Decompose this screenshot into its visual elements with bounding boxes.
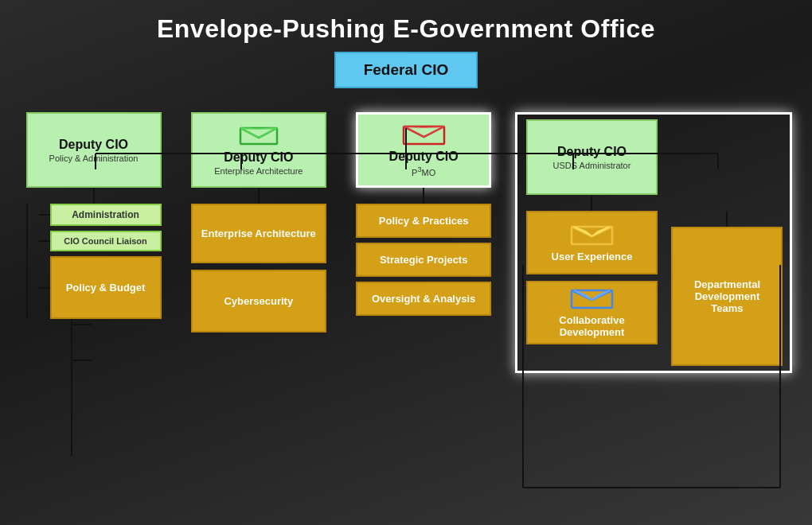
administration-box: Administration: [50, 204, 162, 226]
cybersecurity-box: Cybersecurity: [191, 270, 326, 332]
svg-marker-15: [240, 128, 277, 138]
svg-marker-21: [574, 290, 610, 300]
deputy-subtitle-3: P3MO: [412, 165, 435, 177]
policy-practices-box: Policy & Practices: [356, 204, 491, 238]
deputy-p3mo: Deputy CIO P3MO Policy & Practices Strat…: [350, 112, 498, 316]
deputy-enterprise: Deputy CIO Enterprise Architecture Enter…: [185, 112, 332, 332]
federal-cio-box: Federal CIO: [334, 52, 478, 88]
deputy-box-2: Deputy CIO Enterprise Architecture: [191, 112, 326, 188]
deputy-title-3: Deputy CIO: [389, 150, 459, 164]
deputy-title-4: Deputy CIO: [557, 145, 627, 159]
policy-budget-box: Policy & Budget: [50, 256, 162, 319]
page-root: Envelope-Pushing E-Government Office Fed…: [0, 0, 812, 525]
oversight-analysis-box: Oversight & Analysis: [356, 282, 491, 316]
deputy-policy-admin: Deputy CIO Policy & Administration Admin…: [20, 112, 167, 319]
user-experience-label: User Experience: [552, 251, 633, 262]
svg-marker-17: [404, 126, 444, 137]
federal-cio-row: Federal CIO: [16, 52, 796, 88]
envelope-gold-icon: [570, 224, 614, 247]
deputy-box-1: Deputy CIO Policy & Administration: [26, 112, 162, 188]
deputy-box-4: Deputy CIO USDS Administrator: [526, 119, 658, 195]
usds-group: Deputy CIO USDS Administrator User: [515, 112, 792, 373]
deputy-usds: Deputy CIO USDS Administrator User: [522, 119, 662, 344]
page-title: Envelope-Pushing E-Government Office: [0, 0, 812, 52]
deputy-box-3: Deputy CIO P3MO: [356, 112, 491, 188]
col1-sub: Administration CIO Council Liaison Polic…: [26, 204, 162, 319]
svg-marker-19: [574, 227, 610, 236]
col2-sub: Enterprise Architecture Cybersecurity: [191, 204, 326, 332]
collaborative-dev-label: Collaborative Development: [534, 314, 650, 338]
collaborative-dev-box: Collaborative Development: [526, 281, 658, 344]
col4-sub: User Experience Collaborative Developmen…: [526, 211, 658, 344]
deputy-subtitle-2: Enterprise Architecture: [214, 166, 303, 176]
superscript-3: 3: [417, 165, 421, 173]
strategic-projects-box: Strategic Projects: [356, 243, 491, 277]
enterprise-arch-box: Enterprise Architecture: [191, 204, 326, 263]
envelope-green-icon: [239, 125, 279, 147]
user-experience-box: User Experience: [526, 211, 658, 274]
envelope-blue-icon: [570, 287, 614, 311]
deputy-title-1: Deputy CIO: [59, 138, 128, 152]
deputy-subtitle-1: Policy & Administration: [49, 154, 139, 163]
deputy-subtitle-4: USDS Administrator: [553, 161, 631, 170]
deputy-title-2: Deputy CIO: [224, 150, 293, 165]
deputies-row: Deputy CIO Policy & Administration Admin…: [16, 112, 796, 373]
cio-council-box: CIO Council Liaison: [50, 231, 162, 251]
col3-sub: Policy & Practices Strategic Projects Ov…: [356, 204, 491, 316]
envelope-red-icon: [402, 122, 446, 146]
federal-cio-label: Federal CIO: [364, 61, 449, 78]
deputy-dept: Departmental Development Teams: [670, 119, 785, 366]
dept-dev-box: Departmental Development Teams: [671, 227, 783, 366]
main-layout: Federal CIO: [16, 52, 796, 373]
